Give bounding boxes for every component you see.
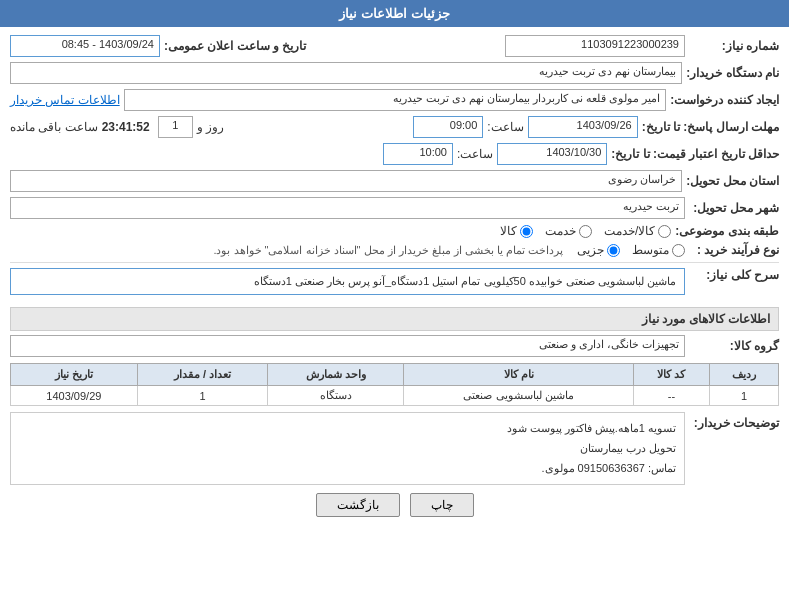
description-box: تسویه 1ماهه.پیش فاکتور پیوست شودتحویل در… (10, 412, 685, 485)
creator-label: ایجاد کننده درخواست: (670, 93, 779, 107)
price-date: 1403/10/30 (497, 143, 607, 165)
col-qty: تعداد / مقدار (137, 364, 268, 386)
purchase-type-radio-partial[interactable] (607, 244, 620, 257)
category-label-goods-service: کالا/خدمت (604, 224, 655, 238)
need-number-value: 1103091223000239 (505, 35, 685, 57)
purchase-note: پرداخت تمام یا بخشی از مبلغ خریدار از مح… (213, 244, 563, 257)
response-date: 1403/09/26 (528, 116, 638, 138)
goods-info-title: اطلاعات کالاهای مورد نیاز (10, 307, 779, 331)
cell-qty: 1 (137, 386, 268, 406)
category-option-goods-service[interactable]: کالا/خدمت (604, 224, 671, 238)
goods-table: ردیف کد کالا نام کالا واحد شمارش تعداد /… (10, 363, 779, 406)
response-remaining-label: ساعت باقی مانده (10, 120, 98, 134)
cell-code: -- (633, 386, 709, 406)
purchase-type-radio-medium[interactable] (672, 244, 685, 257)
creator-value: امیر مولوی قلعه نی کاربردار بیمارستان نه… (124, 89, 667, 111)
buyer-value: بیمارستان نهم دی تربت حیدریه (10, 62, 682, 84)
purchase-type-radio-group: متوسط جزیی (577, 243, 685, 257)
category-radio-group: کالا/خدمت خدمت کالا (500, 224, 671, 238)
col-unit: واحد شمارش (268, 364, 404, 386)
description-line: تسویه 1ماهه.پیش فاکتور پیوست شود (19, 419, 676, 439)
col-row: ردیف (710, 364, 779, 386)
category-radio-service[interactable] (579, 225, 592, 238)
category-option-service[interactable]: خدمت (545, 224, 592, 238)
purchase-type-label-partial: جزیی (577, 243, 604, 257)
response-time-label: ساعت: (487, 120, 523, 134)
need-summary-box: ماشین لباسشویی صنعتی خوابیده 50کیلویی تم… (10, 268, 685, 295)
goods-group-label: گروه کالا: (689, 339, 779, 353)
need-summary-value: ماشین لباسشویی صنعتی خوابیده 50کیلویی تم… (254, 275, 676, 287)
col-code: کد کالا (633, 364, 709, 386)
response-days: 1 (158, 116, 193, 138)
divider-1 (10, 262, 779, 263)
category-radio-goods-service[interactable] (658, 225, 671, 238)
delivery-city-label: شهر محل تحویل: (689, 201, 779, 215)
category-radio-goods[interactable] (520, 225, 533, 238)
response-remaining: 23:41:52 (102, 120, 150, 134)
purchase-type-label-medium: متوسط (632, 243, 669, 257)
buyer-label: نام دستگاه خریدار: (686, 66, 779, 80)
category-label: طبقه بندی موضوعی: (675, 224, 779, 238)
category-label-service: خدمت (545, 224, 576, 238)
category-option-goods[interactable]: کالا (500, 224, 533, 238)
cell-row: 1 (710, 386, 779, 406)
table-row: 1 -- ماشین لباسشویی صنعتی دستگاه 1 1403/… (11, 386, 779, 406)
page-title: جزئیات اطلاعات نیاز (339, 6, 449, 21)
response-deadline-label: مهلت ارسال پاسخ: تا تاریخ: (642, 120, 779, 134)
cell-date: 1403/09/29 (11, 386, 138, 406)
delivery-province: خراسان رضوی (10, 170, 682, 192)
purchase-type-label: نوع فرآیند خرید : (689, 243, 779, 257)
purchase-type-partial[interactable]: جزیی (577, 243, 620, 257)
response-time: 09:00 (413, 116, 483, 138)
description-line: تحویل درب بیمارستان (19, 439, 676, 459)
delivery-province-label: استان محل تحویل: (686, 174, 779, 188)
date-time-value: 1403/09/24 - 08:45 (10, 35, 160, 57)
button-row: چاپ بازگشت (10, 493, 779, 517)
cell-name: ماشین لباسشویی صنعتی (404, 386, 633, 406)
contact-link[interactable]: اطلاعات تماس خریدار (10, 93, 120, 107)
purchase-type-medium[interactable]: متوسط (632, 243, 685, 257)
delivery-city: تربت حیدریه (10, 197, 685, 219)
price-time-label: ساعت: (457, 147, 493, 161)
description-line: تماس: 09150636367 مولوی. (19, 459, 676, 479)
need-summary-label: سرح کلی نیاز: (689, 268, 779, 282)
col-date: تاریخ نیاز (11, 364, 138, 386)
back-button[interactable]: بازگشت (316, 493, 400, 517)
category-label-goods: کالا (500, 224, 517, 238)
date-time-label: تاریخ و ساعت اعلان عمومی: (164, 39, 306, 53)
price-deadline-label: حداقل تاریخ اعتبار قیمت: تا تاریخ: (611, 147, 779, 161)
price-time: 10:00 (383, 143, 453, 165)
page-header: جزئیات اطلاعات نیاز (0, 0, 789, 27)
cell-unit: دستگاه (268, 386, 404, 406)
goods-group-value: تجهیزات خانگی، اداری و صنعتی (10, 335, 685, 357)
description-label: توضیحات خریدار: (689, 412, 779, 430)
response-days-label: روز و (197, 120, 224, 134)
col-name: نام کالا (404, 364, 633, 386)
need-number-label: شماره نیاز: (689, 39, 779, 53)
print-button[interactable]: چاپ (410, 493, 474, 517)
